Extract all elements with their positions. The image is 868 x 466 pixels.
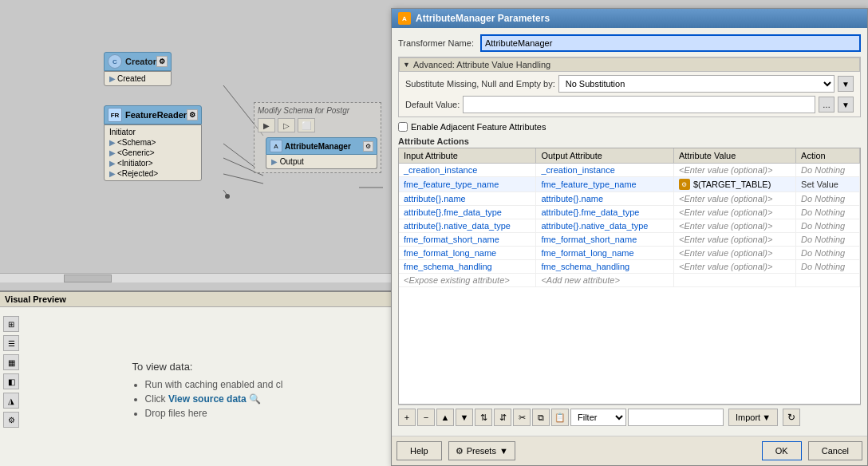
presets-button[interactable]: ⚙ Presets ▼ [448,441,515,460]
sort-btn[interactable]: ⇅ [475,409,492,426]
col-value: Attribute Value [673,148,795,164]
default-value-input[interactable] [463,96,815,113]
advanced-section-header[interactable]: ▼ Advanced: Attribute Value Handling [399,57,860,72]
default-value-row: Default Value: … ▼ [405,96,854,113]
svg-line-3 [223,174,263,184]
svg-line-4 [223,190,227,195]
dialog-body: Transformer Name: ▼ Advanced: Attribute … [392,28,867,436]
copy-btn[interactable]: ⧉ [532,409,550,426]
attr-manager-header: A AttributeManager ⚙ [266,137,377,155]
view-source-link[interactable]: View source data [168,393,247,405]
port-initiator2: ▶<Initiator> [106,158,199,168]
presets-icon: ⚙ [456,446,464,456]
actions-table-container[interactable]: Input Attribute Output Attribute Attribu… [398,148,861,405]
attribute-actions-section: Attribute Actions Input Attribute Output… [398,136,861,429]
move-down-btn[interactable]: ▼ [456,409,473,426]
feature-reader-settings-icon[interactable]: ⚙ [187,109,198,120]
table-row[interactable]: fme_schema_handling fme_schema_handling … [399,260,860,274]
modify-schema-title: Modify Schema for Postgr [258,106,377,115]
transformer-name-row: Transformer Name: [398,34,861,52]
creator-node[interactable]: C Creator ⚙ ▶ Created [104,52,172,86]
table-row[interactable]: fme_format_long_name fme_format_long_nam… [399,247,860,260]
preview-icon-1[interactable]: ⊞ [3,316,19,332]
attr-manager-port-output: ▶ Output [268,156,375,167]
preview-title: To view data: [132,361,283,373]
dialog-titlebar: A AttributeManager Parameters [392,9,867,28]
gear-icon: ⚙ [679,179,690,190]
table-row[interactable]: attribute{}.name attribute{}.name <Enter… [399,192,860,206]
help-button[interactable]: Help [397,441,442,460]
table-row[interactable]: _creation_instance _creation_instance <E… [399,164,860,177]
transformer-name-label: Transformer Name: [398,38,474,48]
attr-manager-body: ▶ Output [266,155,377,169]
actions-table: Input Attribute Output Attribute Attribu… [399,148,860,287]
remove-row-btn[interactable]: − [417,409,435,426]
port-initiator: Initiator [106,127,199,137]
feature-reader-icon: FR [108,108,122,122]
preview-instructions: To view data: Run with caching enabled a… [132,361,283,422]
ok-button[interactable]: OK [762,441,802,460]
creator-settings-icon[interactable]: ⚙ [156,56,168,67]
transformer-name-input[interactable] [480,34,861,52]
instruction-1: Run with caching enabled and cl [145,379,283,390]
advanced-collapse-icon: ▼ [403,61,410,69]
add-expose-row[interactable]: <Expose existing attribute> <Add new att… [399,274,860,287]
scrollbar-thumb[interactable] [64,274,112,282]
attr-manager-node[interactable]: A AttributeManager ⚙ ▶ Output [266,137,377,169]
refresh-button[interactable]: ↻ [783,409,800,426]
modify-schema-box: Modify Schema for Postgr ▶ ▷ ⬜ A Attribu… [254,102,381,173]
default-value-expand-btn[interactable]: ▼ [838,97,854,113]
preview-icon-3[interactable]: ▦ [3,354,19,370]
preview-icon-2[interactable]: ☰ [3,335,19,351]
instruction-3: Drop files here [145,408,283,419]
substitute-select[interactable]: No Substitution [558,75,834,93]
attr-manager-dialog: A AttributeManager Parameters Transforme… [391,8,868,466]
feature-reader-node[interactable]: FR FeatureReader ⚙ Initiator ▶<Schema> ▶… [104,105,202,181]
substitute-row: Substitute Missing, Null and Empty by: N… [405,75,854,93]
import-button[interactable]: Import ▼ [728,409,778,426]
table-row[interactable]: fme_feature_type_name fme_feature_type_n… [399,177,860,192]
canvas-scrollbar[interactable] [0,273,391,282]
cancel-button[interactable]: Cancel [808,441,862,460]
schema-btn-3[interactable]: ⬜ [298,118,315,132]
visual-preview-panel: Visual Preview ⊞ ☰ ▦ ◧ ◮ ⚙ To view data:… [0,290,391,466]
filter-select[interactable]: Filter [570,409,626,426]
feature-reader-body: Initiator ▶<Schema> ▶<Generic> ▶<Initiat… [104,124,202,181]
enable-adjacent-label: Enable Adjacent Feature Attributes [411,122,546,132]
table-row[interactable]: attribute{}.native_data_type attribute{}… [399,219,860,233]
filter-input[interactable] [628,409,724,426]
dialog-title: AttributeManager Parameters [416,13,550,24]
preview-icon-6[interactable]: ⚙ [3,412,19,428]
sort-desc-btn[interactable]: ⇵ [494,409,511,426]
attr-manager-settings-icon[interactable]: ⚙ [363,141,373,152]
default-value-btn[interactable]: … [819,97,834,113]
creator-header: C Creator ⚙ [104,52,172,71]
col-input: Input Attribute [399,148,536,164]
instruction-2: Click View source data 🔍 [145,393,283,405]
import-group: Import ▼ [728,409,778,426]
creator-port-created: ▶ Created [106,73,169,84]
actions-label: Attribute Actions [398,136,861,146]
modify-schema-buttons: ▶ ▷ ⬜ [258,118,377,132]
creator-icon: C [108,54,122,69]
preview-icon-5[interactable]: ◮ [3,393,19,409]
dialog-icon: A [398,12,411,25]
schema-btn-1[interactable]: ▶ [258,118,275,132]
schema-btn-2[interactable]: ▷ [278,118,295,132]
enable-adjacent-checkbox[interactable] [398,122,408,132]
table-row[interactable]: fme_format_short_name fme_format_short_n… [399,233,860,247]
visual-preview-title: Visual Preview [5,294,66,304]
add-row-btn[interactable]: + [398,409,416,426]
drop-files-label: Drop files here [145,408,207,419]
default-value-label: Default Value: [405,100,460,109]
paste-btn[interactable]: 📋 [551,409,569,426]
substitute-label: Substitute Missing, Null and Empty by: [405,79,555,89]
preview-icon-4[interactable]: ◧ [3,373,19,389]
table-row[interactable]: attribute{}.fme_data_type attribute{}.fm… [399,206,860,219]
enable-adjacent-row: Enable Adjacent Feature Attributes [398,122,861,132]
cut-btn[interactable]: ✂ [513,409,531,426]
creator-label: Creator [125,57,156,66]
col-output: Output Attribute [536,148,674,164]
move-up-btn[interactable]: ▲ [436,409,454,426]
substitute-expand-btn[interactable]: ▼ [838,76,854,92]
